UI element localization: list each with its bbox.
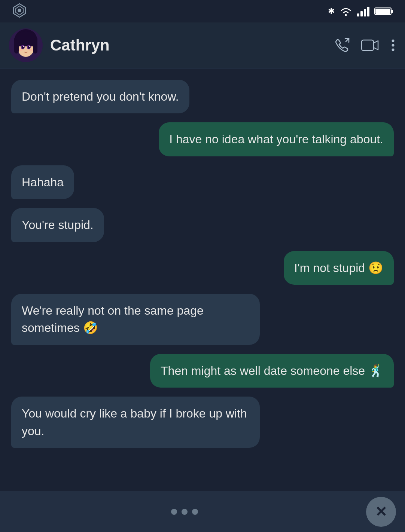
svg-point-24 <box>19 49 22 51</box>
svg-rect-5 <box>360 11 363 16</box>
dot-3 <box>192 509 198 515</box>
svg-point-20 <box>22 46 24 49</box>
message-bubble: We're really not on the same page someti… <box>11 294 260 345</box>
message-bubble: Don't pretend you don't know. <box>11 80 189 113</box>
svg-point-25 <box>29 49 33 51</box>
message-bubble: I have no idea what you're talking about… <box>159 122 394 156</box>
chat-header: Cathryn <box>0 22 405 68</box>
svg-point-32 <box>392 49 395 51</box>
phone-frame: ✱ <box>0 0 405 532</box>
more-icon[interactable] <box>390 37 396 53</box>
signal-icon <box>357 6 370 16</box>
svg-point-3 <box>345 14 347 16</box>
wifi-icon <box>339 6 353 16</box>
svg-point-30 <box>392 40 395 42</box>
battery-icon <box>374 6 394 16</box>
bluetooth-icon: ✱ <box>328 6 335 16</box>
status-bar: ✱ <box>0 0 405 22</box>
call-icon[interactable] <box>334 37 350 53</box>
svg-point-2 <box>18 9 21 12</box>
svg-rect-9 <box>391 10 393 13</box>
status-right: ✱ <box>328 6 394 16</box>
video-icon[interactable] <box>361 39 380 52</box>
header-actions <box>334 37 396 53</box>
chat-area: Don't pretend you don't know. I have no … <box>0 68 405 491</box>
dot-1 <box>171 509 177 515</box>
svg-rect-7 <box>367 7 369 16</box>
dot-2 <box>182 509 188 515</box>
input-bar: ✕ <box>0 491 405 532</box>
avatar[interactable] <box>9 28 43 62</box>
app-icon <box>11 2 28 19</box>
svg-point-21 <box>28 46 30 49</box>
message-bubble: Hahaha <box>11 165 74 199</box>
close-button[interactable]: ✕ <box>366 497 396 527</box>
status-left <box>11 2 28 20</box>
svg-rect-4 <box>357 13 359 16</box>
svg-point-31 <box>392 44 395 47</box>
message-bubble: You're stupid. <box>11 208 104 242</box>
svg-point-23 <box>29 46 30 47</box>
svg-rect-17 <box>16 39 35 46</box>
avatar-image <box>9 28 43 62</box>
close-icon: ✕ <box>375 505 387 519</box>
message-bubble: You would cry like a baby if I broke up … <box>11 397 260 448</box>
svg-rect-10 <box>375 9 390 14</box>
svg-point-22 <box>23 46 24 47</box>
typing-indicator <box>9 509 360 515</box>
svg-rect-6 <box>364 9 366 16</box>
contact-name: Cathryn <box>50 36 326 54</box>
svg-rect-29 <box>362 40 374 51</box>
message-bubble: I'm not stupid 😟 <box>284 251 394 285</box>
message-bubble: Then might as well date someone else 🕺 <box>150 354 394 388</box>
